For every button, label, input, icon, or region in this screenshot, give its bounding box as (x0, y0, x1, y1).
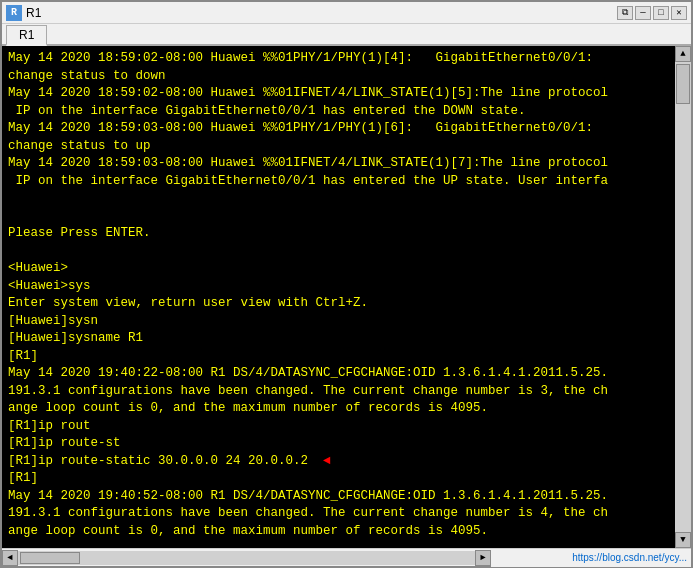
arrow-indicator: ◄ (308, 454, 331, 468)
terminal-line: [R1]ip rout (8, 419, 91, 433)
terminal-line: 191.3.1 configurations have been changed… (8, 506, 608, 520)
terminal-line: May 14 2020 19:40:22-08:00 R1 DS/4/DATAS… (8, 366, 608, 380)
scroll-track-vertical[interactable] (675, 62, 691, 532)
scroll-thumb-vertical[interactable] (676, 64, 690, 104)
title-bar-left: R R1 (6, 5, 41, 21)
scroll-down-button[interactable]: ▼ (675, 532, 691, 548)
terminal-line: [R1] (8, 471, 38, 485)
close-button[interactable]: ✕ (671, 6, 687, 20)
terminal-area: May 14 2020 18:59:02-08:00 Huawei %%01PH… (2, 46, 691, 548)
scroll-left-button[interactable]: ◄ (2, 550, 18, 566)
terminal-line: ange loop count is 0, and the maximum nu… (8, 524, 488, 538)
scroll-thumb-horizontal[interactable] (20, 552, 80, 564)
maximize-button[interactable]: □ (653, 6, 669, 20)
tab-r1[interactable]: R1 (6, 25, 47, 46)
terminal-line: May 14 2020 18:59:03-08:00 Huawei %%01IF… (8, 156, 608, 170)
terminal-line: IP on the interface GigabitEthernet0/0/1… (8, 104, 526, 118)
terminal-line: <Huawei> (8, 261, 68, 275)
terminal-line: May 14 2020 19:40:52-08:00 R1 DS/4/DATAS… (8, 489, 608, 503)
scroll-track-horizontal[interactable] (18, 551, 475, 565)
minimize-button[interactable]: ─ (635, 6, 651, 20)
terminal-line: Please Press ENTER. (8, 226, 151, 240)
app-icon: R (6, 5, 22, 21)
vertical-scrollbar[interactable]: ▲ ▼ (675, 46, 691, 548)
status-bar: https://blog.csdn.net/ycy... (491, 549, 691, 567)
terminal-line: Enter system view, return user view with… (8, 296, 368, 310)
window-frame: R R1 ⧉ ─ □ ✕ R1 May 14 2020 18:59:02-08:… (0, 0, 693, 568)
restore-button[interactable]: ⧉ (617, 6, 633, 20)
terminal-content[interactable]: May 14 2020 18:59:02-08:00 Huawei %%01PH… (2, 46, 675, 548)
title-bar: R R1 ⧉ ─ □ ✕ (2, 2, 691, 24)
terminal-line: May 14 2020 18:59:03-08:00 Huawei %%01PH… (8, 121, 593, 135)
scroll-right-button[interactable]: ► (475, 550, 491, 566)
terminal-line: [R1] (8, 349, 38, 363)
terminal-line: [Huawei]sysname R1 (8, 331, 143, 345)
terminal-line: [R1]ip route-st (8, 436, 121, 450)
terminal-line: change status to down (8, 69, 166, 83)
terminal-line: 191.3.1 configurations have been changed… (8, 384, 608, 398)
terminal-line: IP on the interface GigabitEthernet0/0/1… (8, 174, 608, 188)
terminal-line: May 14 2020 18:59:02-08:00 Huawei %%01IF… (8, 86, 608, 100)
tab-bar: R1 (2, 24, 691, 46)
terminal-line: May 14 2020 18:59:02-08:00 Huawei %%01PH… (8, 51, 593, 65)
terminal-line: [R1]ip route-static 30.0.0.0 24 20.0.0.2… (8, 454, 331, 468)
terminal-line: [Huawei]sysn (8, 314, 98, 328)
scroll-up-button[interactable]: ▲ (675, 46, 691, 62)
title-bar-buttons: ⧉ ─ □ ✕ (617, 6, 687, 20)
window-title: R1 (26, 6, 41, 20)
terminal-line: ange loop count is 0, and the maximum nu… (8, 401, 488, 415)
status-url: https://blog.csdn.net/ycy... (572, 552, 687, 563)
terminal-line: change status to up (8, 139, 151, 153)
bottom-bar: ◄ ► https://blog.csdn.net/ycy... (2, 548, 691, 566)
terminal-line: <Huawei>sys (8, 279, 91, 293)
